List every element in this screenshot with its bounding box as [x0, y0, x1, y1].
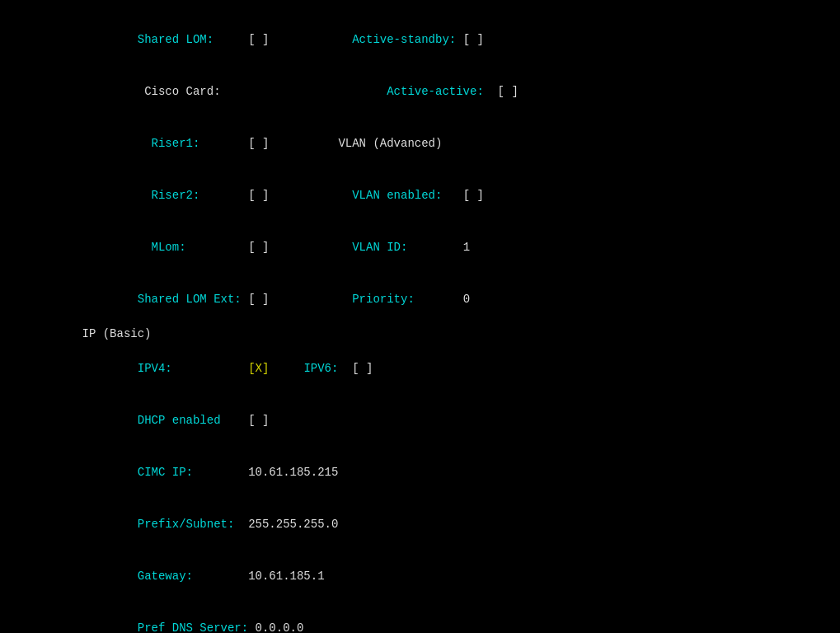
prefix-label: Prefix/Subnet:: [124, 518, 248, 531]
active-standby-label: Active-standby:: [338, 33, 462, 46]
screen: Cisco IMC Configuration Utility Version …: [0, 0, 840, 633]
riser2-vlan-enabled-row: Riser2: [ ] VLAN enabled: [ ]: [82, 170, 758, 222]
active-active-value: [ ]: [498, 85, 519, 98]
ipv6-value: [ ]: [352, 362, 373, 375]
cimc-ip-value: 10.61.185.215: [248, 466, 338, 479]
ipv4-label: IPV4:: [124, 362, 248, 375]
dedicated-none-row: Dedicated: [X] None: [X]: [82, 0, 758, 14]
vlan-advanced-label: VLAN (Advanced): [338, 137, 442, 150]
dhcp-value: [ ]: [248, 414, 269, 427]
active-active-label: Active-active:: [373, 85, 497, 98]
spacer5: [269, 241, 338, 254]
shared-lom-label: Shared LOM:: [124, 33, 248, 46]
terminal: Cisco IMC Configuration Utility Version …: [82, 0, 758, 633]
pref-dns-row: Pref DNS Server: 0.0.0.0: [82, 603, 758, 634]
spacer4: [269, 189, 338, 202]
shared-lom-value: [ ]: [248, 33, 269, 46]
shared-lom-ext-priority-row: Shared LOM Ext: [ ] Priority: 0: [82, 274, 758, 326]
shared-lom-ext-label: Shared LOM Ext:: [124, 293, 248, 306]
shared-lom-active-standby-row: Shared LOM: [ ] Active-standby: [ ]: [82, 14, 758, 66]
cisco-card-active-active-row: Cisco Card: Active-active: [ ]: [82, 66, 758, 118]
dhcp-label: DHCP enabled: [124, 414, 248, 427]
cimc-ip-label: CIMC IP:: [124, 466, 248, 479]
riser1-label: Riser1:: [124, 137, 248, 150]
riser2-label: Riser2:: [124, 189, 248, 202]
mlom-value: [ ]: [248, 241, 269, 254]
riser1-value: [ ]: [248, 137, 269, 150]
ipv4-value: [X]: [248, 362, 269, 375]
gateway-value: 10.61.185.1: [248, 570, 324, 583]
spacer7: [269, 362, 303, 375]
vlan-enabled-value: [ ]: [463, 189, 484, 202]
ipv4-ipv6-row: IPV4: [X] IPV6: [ ]: [82, 343, 758, 395]
cisco-card-label: Cisco Card:: [124, 85, 373, 98]
spacer2: [269, 33, 338, 46]
mlom-vlan-id-row: MLom: [ ] VLAN ID: 1: [82, 222, 758, 274]
prefix-value: 255.255.255.0: [248, 518, 338, 531]
priority-label: Priority:: [338, 293, 462, 306]
riser1-vlan-row: Riser1: [ ] VLAN (Advanced): [82, 118, 758, 170]
pref-dns-val: 0.0.0.0: [256, 621, 304, 634]
vlan-id-value: 1: [463, 241, 470, 254]
gateway-label: Gateway:: [124, 570, 248, 583]
priority-value: 0: [463, 293, 470, 306]
cimc-ip-row: CIMC IP: 10.61.185.215: [82, 447, 758, 499]
pref-dns-value: [248, 621, 255, 634]
pref-dns-label: Pref DNS Server:: [124, 621, 248, 634]
vlan-id-label: VLAN ID:: [338, 241, 462, 254]
ip-basic-heading: IP (Basic): [82, 326, 758, 343]
ipv6-label: IPV6:: [303, 362, 352, 375]
active-standby-value: [ ]: [463, 33, 484, 46]
dhcp-row: DHCP enabled [ ]: [82, 395, 758, 447]
spacer3: [269, 137, 338, 150]
prefix-row: Prefix/Subnet: 255.255.255.0: [82, 499, 758, 551]
vlan-enabled-label: VLAN enabled:: [338, 189, 462, 202]
gateway-row: Gateway: 10.61.185.1: [82, 551, 758, 603]
shared-lom-ext-value: [ ]: [248, 293, 269, 306]
mlom-label: MLom:: [124, 241, 248, 254]
spacer6: [269, 293, 338, 306]
riser2-value: [ ]: [248, 189, 269, 202]
